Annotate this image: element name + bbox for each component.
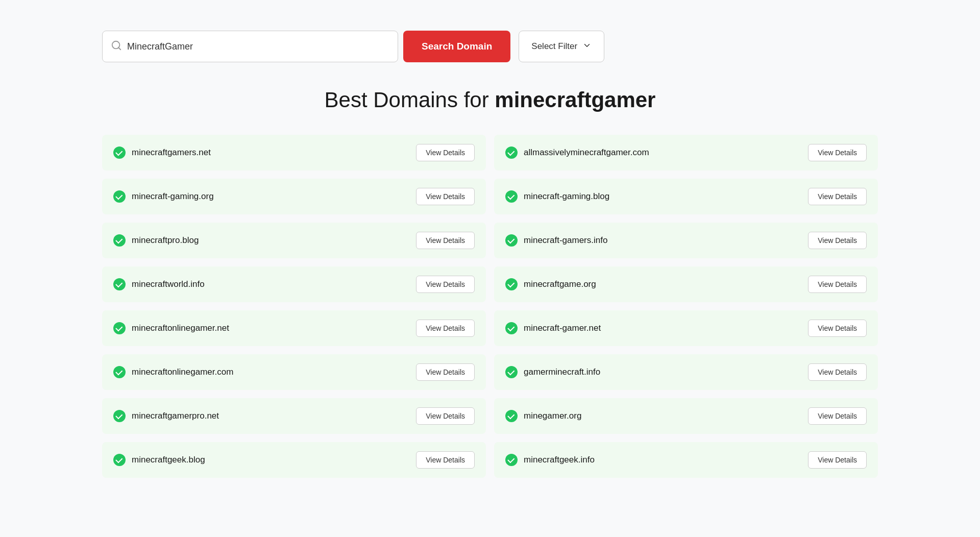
available-check-icon <box>113 278 126 290</box>
domain-row: minecraftgeek.blogView Details <box>102 442 486 478</box>
search-input-wrapper <box>102 31 398 62</box>
domain-name: minecraftworld.info <box>132 279 205 289</box>
domain-name: minecraft-gamers.info <box>524 235 607 246</box>
available-check-icon <box>505 190 518 203</box>
view-details-button[interactable]: View Details <box>416 144 475 161</box>
domains-grid: minecraftgamers.netView Detailsallmassiv… <box>102 135 878 478</box>
available-check-icon <box>113 322 126 334</box>
view-details-button[interactable]: View Details <box>808 144 867 161</box>
view-details-button[interactable]: View Details <box>808 407 867 425</box>
page-title-prefix: Best Domains for <box>325 88 495 112</box>
domain-row: allmassivelyminecraftgamer.comView Detai… <box>494 135 878 170</box>
search-bar: Search Domain Select Filter <box>102 31 878 62</box>
view-details-button[interactable]: View Details <box>416 407 475 425</box>
view-details-button[interactable]: View Details <box>416 451 475 469</box>
domain-name: minecraftonlinegamer.com <box>132 367 233 377</box>
domain-row: minecraftworld.infoView Details <box>102 266 486 302</box>
domain-name: minecraft-gamer.net <box>524 323 601 333</box>
domain-row: minecraft-gaming.blogView Details <box>494 179 878 214</box>
domain-left: minecraftgamers.net <box>113 147 211 159</box>
domain-left: minecraftgamerpro.net <box>113 410 219 422</box>
domain-left: gamerminecraft.info <box>505 366 600 378</box>
view-details-button[interactable]: View Details <box>416 320 475 337</box>
view-details-button[interactable]: View Details <box>808 451 867 469</box>
domain-row: minecraftpro.blogView Details <box>102 223 486 258</box>
domain-row: minecraftonlinegamer.comView Details <box>102 354 486 390</box>
available-check-icon <box>113 454 126 466</box>
domain-row: minecraftgamerpro.netView Details <box>102 398 486 434</box>
domain-row: minecraft-gaming.orgView Details <box>102 179 486 214</box>
domain-row: minecraftgame.orgView Details <box>494 266 878 302</box>
domain-name: minecraftgamerpro.net <box>132 411 219 421</box>
domain-left: minecraft-gamer.net <box>505 322 601 334</box>
domain-left: minegamer.org <box>505 410 581 422</box>
domain-left: allmassivelyminecraftgamer.com <box>505 147 649 159</box>
domain-left: minecraftonlinegamer.com <box>113 366 233 378</box>
available-check-icon <box>505 366 518 378</box>
domain-name: minecraftgamers.net <box>132 148 211 158</box>
domain-name: minecraft-gaming.org <box>132 191 214 202</box>
domain-left: minecraft-gamers.info <box>505 234 607 247</box>
domain-name: minecraftgeek.info <box>524 455 595 465</box>
chevron-down-icon <box>582 41 592 53</box>
domain-row: gamerminecraft.infoView Details <box>494 354 878 390</box>
filter-button[interactable]: Select Filter <box>519 31 604 62</box>
available-check-icon <box>505 278 518 290</box>
domain-left: minecraft-gaming.org <box>113 190 214 203</box>
domain-name: minecraftgeek.blog <box>132 455 205 465</box>
domain-name: minecraftgame.org <box>524 279 596 289</box>
domain-left: minecraftgeek.info <box>505 454 595 466</box>
available-check-icon <box>113 366 126 378</box>
view-details-button[interactable]: View Details <box>808 320 867 337</box>
view-details-button[interactable]: View Details <box>808 276 867 293</box>
view-details-button[interactable]: View Details <box>808 232 867 249</box>
available-check-icon <box>505 454 518 466</box>
search-domain-button[interactable]: Search Domain <box>403 31 510 62</box>
domain-row: minegamer.orgView Details <box>494 398 878 434</box>
domain-row: minecraftonlinegamer.netView Details <box>102 310 486 346</box>
available-check-icon <box>113 234 126 247</box>
search-input[interactable] <box>127 41 389 52</box>
view-details-button[interactable]: View Details <box>416 188 475 205</box>
domain-left: minecraftgeek.blog <box>113 454 205 466</box>
available-check-icon <box>113 147 126 159</box>
filter-label: Select Filter <box>531 41 577 52</box>
domain-name: minecraft-gaming.blog <box>524 191 609 202</box>
available-check-icon <box>505 234 518 247</box>
view-details-button[interactable]: View Details <box>416 232 475 249</box>
domain-name: minegamer.org <box>524 411 581 421</box>
domain-row: minecraftgamers.netView Details <box>102 135 486 170</box>
available-check-icon <box>505 322 518 334</box>
page-title: Best Domains for minecraftgamer <box>102 88 878 112</box>
domain-left: minecraft-gaming.blog <box>505 190 609 203</box>
available-check-icon <box>505 147 518 159</box>
view-details-button[interactable]: View Details <box>808 188 867 205</box>
domain-row: minecraft-gamer.netView Details <box>494 310 878 346</box>
domain-left: minecraftgame.org <box>505 278 596 290</box>
view-details-button[interactable]: View Details <box>416 363 475 381</box>
domain-name: minecraftonlinegamer.net <box>132 323 229 333</box>
domain-row: minecraft-gamers.infoView Details <box>494 223 878 258</box>
page-title-keyword: minecraftgamer <box>495 88 655 112</box>
search-icon <box>111 40 122 53</box>
svg-line-1 <box>118 47 120 50</box>
domain-row: minecraftgeek.infoView Details <box>494 442 878 478</box>
available-check-icon <box>113 410 126 422</box>
domain-name: gamerminecraft.info <box>524 367 600 377</box>
domain-left: minecraftworld.info <box>113 278 205 290</box>
available-check-icon <box>505 410 518 422</box>
view-details-button[interactable]: View Details <box>416 276 475 293</box>
view-details-button[interactable]: View Details <box>808 363 867 381</box>
domain-left: minecraftpro.blog <box>113 234 199 247</box>
available-check-icon <box>113 190 126 203</box>
domain-left: minecraftonlinegamer.net <box>113 322 229 334</box>
domain-name: minecraftpro.blog <box>132 235 199 246</box>
domain-name: allmassivelyminecraftgamer.com <box>524 148 649 158</box>
